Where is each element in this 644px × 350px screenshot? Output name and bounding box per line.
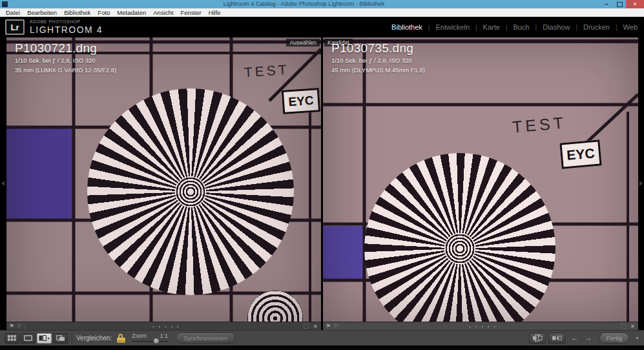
- rating-dots[interactable]: •••••: [344, 323, 621, 330]
- module-web[interactable]: Web: [623, 23, 638, 31]
- lightroom-header: Lr ADOBE PHOTOSHOP LIGHTROOM 4 Bibliothe…: [0, 17, 644, 37]
- next-photo-button[interactable]: →: [585, 333, 592, 344]
- app-icon[interactable]: [2, 1, 8, 7]
- filmstrip-collapsed-strip[interactable]: [0, 345, 644, 350]
- view-mode-buttons: ▾: [5, 333, 68, 344]
- compare-select-panel: TEST EYC Auswählen P1030721.dng 1/10 Sek…: [6, 37, 321, 330]
- badge-placeholder-icon: [304, 324, 309, 329]
- zoom-lock-icon[interactable]: [117, 334, 125, 343]
- module-separator: |: [616, 24, 618, 31]
- candidate-photo-toolbar: ⚑ ⚐ | ••••• ×: [323, 322, 638, 330]
- module-separator: |: [535, 24, 537, 31]
- module-entwickeln[interactable]: Entwickeln: [435, 23, 470, 31]
- module-bibliothek[interactable]: Bibliothek: [391, 23, 422, 31]
- grid-view-icon: [8, 335, 16, 341]
- module-diashow[interactable]: Diashow: [543, 23, 570, 31]
- module-separator: |: [428, 24, 430, 31]
- previous-photo-button[interactable]: ←: [571, 333, 579, 344]
- titlebar: Lightroom 4 Catalog - Adobe Photoshop Li…: [0, 0, 644, 8]
- make-select-button[interactable]: [548, 333, 565, 344]
- chart-eyc-label: EYC: [559, 139, 601, 169]
- select-photo[interactable]: TEST EYC Auswählen P1030721.dng 1/10 Sek…: [6, 37, 321, 322]
- grid-view-button[interactable]: [5, 333, 19, 344]
- module-separator: |: [475, 24, 477, 31]
- candidate-file-info: P1030735.dng 1/10 Sek. bei ƒ / 2,8, ISO …: [331, 41, 425, 74]
- swap-icon: [532, 335, 543, 342]
- select-exposure: 1/10 Sek. bei ƒ / 2,8, ISO 320: [15, 57, 116, 65]
- deselect-icon[interactable]: ×: [313, 323, 317, 330]
- toolbar-separator: [72, 333, 72, 343]
- select-filename: P1030721.dng: [15, 41, 116, 56]
- right-panel-expand-icon: [639, 181, 643, 186]
- compare-view-icon: [39, 335, 47, 341]
- deselect-icon[interactable]: ×: [630, 323, 634, 330]
- strip-separator: |: [24, 324, 25, 329]
- module-picker: Bibliothek | Entwickeln | Karte | Buch |…: [391, 23, 638, 31]
- bottom-toolbar: ▾ Vergleichen: Zoom 1:1 Synchronisieren: [0, 330, 644, 345]
- survey-view-button[interactable]: [53, 333, 68, 344]
- module-separator: |: [576, 24, 577, 31]
- menubar: Datei Bearbeiten Bibliothek Foto Metadat…: [0, 8, 644, 17]
- close-button[interactable]: ×: [626, 0, 644, 8]
- zoom-label: Zoom: [132, 333, 147, 339]
- module-buch[interactable]: Buch: [514, 23, 530, 31]
- zoom-slider[interactable]: [132, 341, 168, 342]
- menu-bearbeiten[interactable]: Bearbeiten: [27, 9, 57, 16]
- zoom-slider-thumb[interactable]: [153, 338, 160, 344]
- left-panel-expand-icon: [1, 181, 5, 186]
- zoom-control: Zoom 1:1: [132, 333, 168, 344]
- chart-eyc-label: EYC: [282, 88, 320, 114]
- menu-hilfe[interactable]: Hilfe: [209, 9, 221, 16]
- zoom-ratio-value[interactable]: 1:1: [160, 333, 169, 339]
- loupe-view-button[interactable]: [21, 333, 36, 344]
- candidate-filename: P1030735.dng: [331, 41, 425, 56]
- strip-separator: |: [340, 324, 342, 329]
- survey-view-icon: [56, 335, 65, 342]
- badge-placeholder-icon: [621, 324, 626, 329]
- select-file-info: P1030721.dng 1/10 Sek. bei ƒ / 2,8, ISO …: [15, 41, 116, 74]
- menu-fenster[interactable]: Fenster: [180, 9, 201, 16]
- select-photo-toolbar: ⚑ ⚐ | ••••• ×: [6, 322, 321, 330]
- pick-flag-icon[interactable]: ⚑: [326, 323, 331, 330]
- menu-bibliothek[interactable]: Bibliothek: [64, 9, 90, 16]
- candidate-exposure: 1/10 Sek. bei ƒ / 2,8, ISO 320: [331, 57, 425, 65]
- pick-flag-icon[interactable]: ⚑: [9, 323, 14, 330]
- make-select-icon: [552, 335, 562, 342]
- reject-flag-icon[interactable]: ⚐: [333, 323, 338, 330]
- compare-view-button[interactable]: ▾: [37, 333, 52, 344]
- lightroom-window: Lightroom 4 Catalog - Adobe Photoshop Li…: [0, 0, 644, 350]
- menu-foto[interactable]: Foto: [98, 9, 110, 16]
- module-separator: |: [506, 24, 508, 31]
- menu-datei[interactable]: Datei: [6, 9, 20, 16]
- candidate-lens: 45 mm (OLYMPUS M.45mm F1.8): [331, 67, 425, 75]
- module-drucken[interactable]: Drucken: [583, 23, 610, 31]
- restore-icon: [617, 2, 623, 7]
- reject-flag-icon[interactable]: ⚐: [17, 323, 22, 330]
- maximize-button[interactable]: [613, 0, 626, 8]
- left-panel-collapsed-strip[interactable]: [0, 37, 6, 330]
- chevron-down-icon: ▾: [47, 336, 49, 340]
- brand-lightroom-4: LIGHTROOM 4: [30, 25, 103, 35]
- candidate-photo[interactable]: TEST EYC Kandidat P1030735.dng 1/10 Sek.…: [323, 37, 638, 322]
- swap-button[interactable]: [529, 333, 546, 344]
- lr-logo: Lr: [5, 19, 25, 35]
- synchronize-button[interactable]: Synchronisieren: [176, 333, 235, 344]
- brand-block: ADOBE PHOTOSHOP LIGHTROOM 4: [30, 19, 103, 35]
- menu-ansicht[interactable]: Ansicht: [153, 9, 173, 16]
- chart-test-text: TEST: [244, 62, 289, 81]
- loupe-view-icon: [24, 335, 32, 341]
- right-panel-collapsed-strip[interactable]: [638, 37, 644, 330]
- minimize-button[interactable]: –: [600, 1, 613, 7]
- toolbar-options-chevron-icon[interactable]: ▼: [635, 336, 639, 340]
- done-button[interactable]: Fertig: [599, 333, 629, 344]
- rating-dots[interactable]: •••••: [27, 323, 304, 330]
- compare-candidate-panel: TEST EYC Kandidat P1030735.dng 1/10 Sek.…: [323, 37, 638, 330]
- siemens-star-center-rings: [444, 233, 475, 264]
- menu-metadaten[interactable]: Metadaten: [117, 9, 146, 16]
- select-badge: Auswählen: [286, 39, 320, 46]
- brand-adobe-photoshop: ADOBE PHOTOSHOP: [30, 19, 103, 24]
- window-title: Lightroom 4 Catalog - Adobe Photoshop Li…: [8, 0, 600, 8]
- compare-label: Vergleichen:: [76, 335, 112, 342]
- module-karte[interactable]: Karte: [483, 23, 500, 31]
- select-lens: 35 mm (LUMIX G VARIO 12-35/F2.8): [15, 67, 116, 75]
